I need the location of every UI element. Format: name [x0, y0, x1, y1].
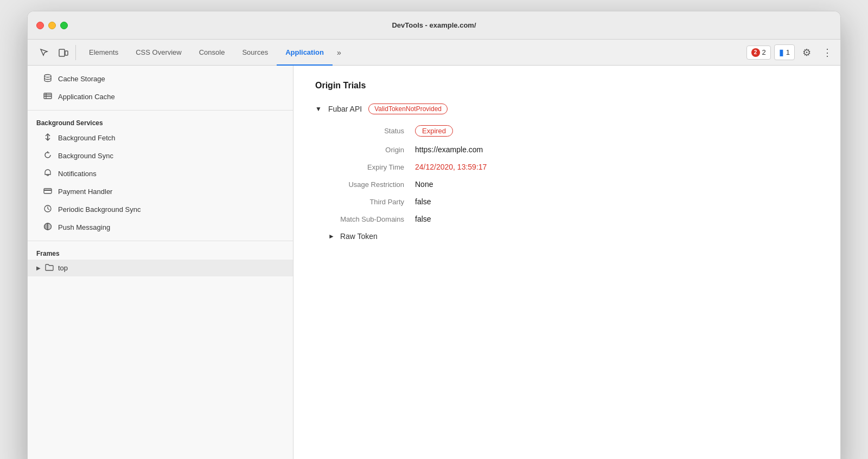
third-party-value: false	[415, 197, 431, 206]
status-value: Expired	[415, 125, 453, 137]
device-toggle-icon[interactable]	[56, 45, 71, 60]
tab-console[interactable]: Console	[190, 40, 234, 66]
detail-row-expiry: Expiry Time 24/12/2020, 13:59:17	[315, 163, 819, 171]
raw-token-row: ► Raw Token	[315, 232, 819, 241]
detail-row-status: Status Expired	[315, 125, 819, 137]
sidebar-item-cache-storage[interactable]: Cache Storage	[28, 70, 293, 88]
detail-row-match-sub: Match Sub-Domains false	[315, 215, 819, 223]
expiry-value: 24/12/2020, 13:59:17	[415, 163, 487, 171]
tab-elements[interactable]: Elements	[80, 40, 127, 66]
svg-rect-3	[44, 93, 52, 99]
content-area: Origin Trials ▼ Fubar API ValidTokenNotP…	[293, 66, 840, 459]
notifications-icon	[43, 169, 53, 179]
api-name: Fubar API	[328, 105, 362, 113]
svg-rect-0	[59, 49, 65, 56]
titlebar: DevTools - example.com/	[28, 11, 840, 40]
origin-label: Origin	[328, 146, 415, 154]
api-expand-triangle[interactable]: ▼	[315, 105, 322, 113]
origin-value: https://example.com	[415, 145, 483, 154]
sidebar-item-push-messaging[interactable]: Push Messaging	[28, 218, 293, 236]
background-sync-label: Background Sync	[58, 152, 113, 160]
sidebar-item-top-frame[interactable]: ▶ top	[28, 260, 293, 276]
background-fetch-label: Background Fetch	[58, 134, 116, 142]
background-services-header: Background Services	[28, 115, 293, 129]
frame-folder-icon	[45, 263, 54, 273]
detail-row-third-party: Third Party false	[315, 197, 819, 206]
storage-section: Cache Storage Application Cache	[28, 66, 293, 111]
match-sub-value: false	[415, 215, 431, 223]
tabbar: Elements CSS Overview Console Sources Ap…	[28, 40, 840, 66]
detail-row-origin: Origin https://example.com	[315, 145, 819, 154]
sidebar-item-background-sync[interactable]: Background Sync	[28, 147, 293, 165]
main-area: Cache Storage Application Cache	[28, 66, 840, 459]
periodic-background-sync-label: Periodic Background Sync	[58, 205, 141, 214]
background-fetch-icon	[43, 133, 53, 143]
raw-token-expand-triangle[interactable]: ►	[328, 232, 335, 240]
background-services-section: Background Services Background Fetch	[28, 111, 293, 241]
background-sync-icon	[43, 151, 53, 161]
sidebar-item-background-fetch[interactable]: Background Fetch	[28, 129, 293, 147]
api-section: ▼ Fubar API ValidTokenNotProvided Status…	[315, 104, 819, 241]
svg-rect-12	[44, 189, 52, 193]
frame-expand-icon: ▶	[36, 265, 41, 271]
sidebar-item-payment-handler[interactable]: Payment Handler	[28, 183, 293, 201]
tab-css-overview[interactable]: CSS Overview	[127, 40, 190, 66]
expiry-label: Expiry Time	[328, 163, 415, 171]
tab-application[interactable]: Application	[277, 40, 333, 66]
payment-handler-label: Payment Handler	[58, 188, 112, 196]
sidebar-item-application-cache[interactable]: Application Cache	[28, 88, 293, 106]
application-cache-icon	[43, 92, 53, 102]
error-badge-button[interactable]: 2 2	[746, 46, 771, 60]
application-cache-label: Application Cache	[58, 93, 115, 101]
more-options-icon[interactable]: ⋮	[819, 44, 836, 61]
tabbar-right: 2 2 ▮ 1 ⚙ ⋮	[746, 44, 836, 61]
raw-token-label: Raw Token	[340, 232, 378, 241]
api-status-badge: ValidTokenNotProvided	[368, 104, 448, 114]
cache-storage-label: Cache Storage	[58, 75, 105, 83]
svg-line-16	[48, 209, 49, 210]
svg-rect-1	[65, 51, 68, 55]
window-title: DevTools - example.com/	[392, 21, 476, 29]
match-sub-label: Match Sub-Domains	[328, 215, 415, 223]
sidebar-item-periodic-background-sync[interactable]: Periodic Background Sync	[28, 201, 293, 218]
frames-header: Frames	[28, 245, 293, 260]
detail-row-usage: Usage Restriction None	[315, 180, 819, 189]
notifications-label: Notifications	[58, 170, 97, 178]
periodic-background-sync-icon	[43, 204, 53, 215]
status-label: Status	[328, 127, 415, 135]
third-party-label: Third Party	[328, 198, 415, 206]
usage-value: None	[415, 180, 433, 189]
push-messaging-icon	[43, 222, 53, 232]
frames-section: Frames ▶ top	[28, 241, 293, 281]
settings-icon[interactable]: ⚙	[798, 44, 815, 61]
more-tabs-button[interactable]: »	[333, 40, 346, 66]
usage-label: Usage Restriction	[328, 180, 415, 189]
payment-handler-icon	[43, 186, 53, 197]
sidebar-item-notifications[interactable]: Notifications	[28, 165, 293, 183]
toolbar-icons	[32, 45, 76, 60]
svg-point-2	[44, 75, 51, 77]
sidebar: Cache Storage Application Cache	[28, 66, 293, 459]
cache-storage-icon	[43, 74, 53, 84]
devtools-window: DevTools - example.com/ Elements CSS Ove…	[27, 11, 841, 459]
traffic-lights	[36, 22, 68, 29]
info-badge-button[interactable]: ▮ 1	[774, 44, 795, 60]
close-button[interactable]	[36, 22, 44, 29]
inspect-element-icon[interactable]	[36, 45, 52, 60]
minimize-button[interactable]	[48, 22, 56, 29]
maximize-button[interactable]	[60, 22, 68, 29]
error-count: 2	[751, 48, 760, 57]
push-messaging-label: Push Messaging	[58, 223, 110, 231]
info-icon: ▮	[779, 47, 784, 57]
api-header: ▼ Fubar API ValidTokenNotProvided	[315, 104, 819, 114]
page-title: Origin Trials	[315, 81, 819, 90]
tab-sources[interactable]: Sources	[233, 40, 277, 66]
frame-top-label: top	[58, 264, 68, 272]
